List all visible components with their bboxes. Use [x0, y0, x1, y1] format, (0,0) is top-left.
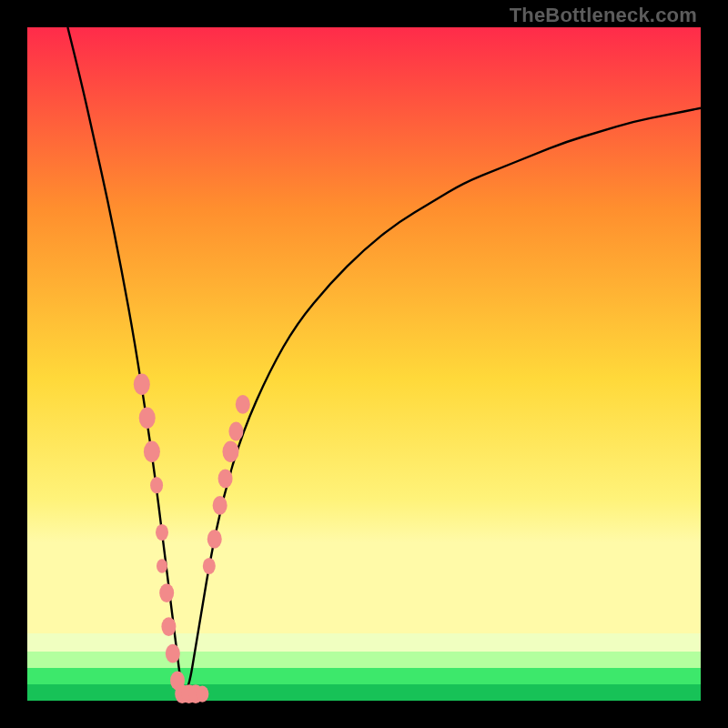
plot-area: [27, 27, 701, 701]
data-marker: [207, 530, 222, 549]
watermark-text: TheBottleneck.com: [510, 4, 697, 27]
data-marker: [218, 469, 233, 488]
data-marker: [144, 441, 160, 462]
data-marker: [166, 644, 180, 663]
data-marker: [222, 441, 238, 462]
data-marker: [213, 496, 228, 515]
chart-svg: [27, 27, 701, 701]
data-marker: [139, 408, 156, 429]
data-marker: [150, 477, 163, 493]
data-marker: [157, 559, 167, 573]
chart-container: TheBottleneck.com: [0, 0, 728, 728]
data-marker: [161, 617, 176, 636]
marker-layer: [134, 374, 250, 703]
data-marker: [156, 524, 168, 541]
data-marker: [236, 395, 250, 414]
data-marker: [134, 374, 150, 395]
data-marker: [196, 686, 208, 703]
data-marker: [159, 583, 174, 602]
data-marker: [203, 558, 216, 574]
data-marker: [228, 422, 243, 441]
